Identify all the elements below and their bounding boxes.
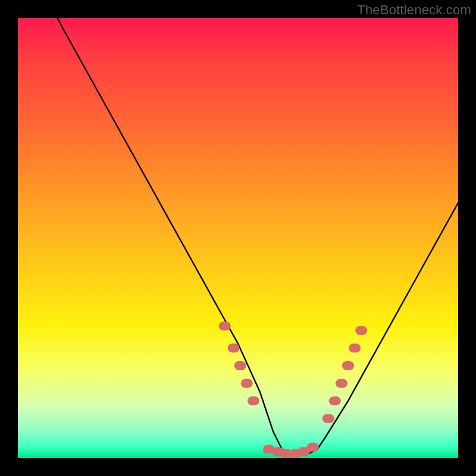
- plot-area: [18, 18, 458, 458]
- chart-svg: [18, 18, 458, 458]
- data-marker: [322, 414, 334, 423]
- data-marker: [228, 344, 240, 353]
- chart-container: TheBottleneck.com: [0, 0, 476, 476]
- marker-layer: [219, 322, 367, 459]
- data-marker: [355, 326, 367, 335]
- watermark-text: TheBottleneck.com: [357, 2, 471, 18]
- data-marker: [349, 344, 361, 353]
- data-marker: [234, 361, 246, 370]
- data-marker: [307, 443, 319, 452]
- data-marker: [329, 396, 341, 405]
- bottleneck-curve: [18, 0, 458, 454]
- data-marker: [342, 361, 354, 370]
- data-marker: [248, 396, 259, 405]
- data-marker: [241, 379, 253, 388]
- data-marker: [219, 322, 231, 331]
- data-marker: [336, 379, 347, 388]
